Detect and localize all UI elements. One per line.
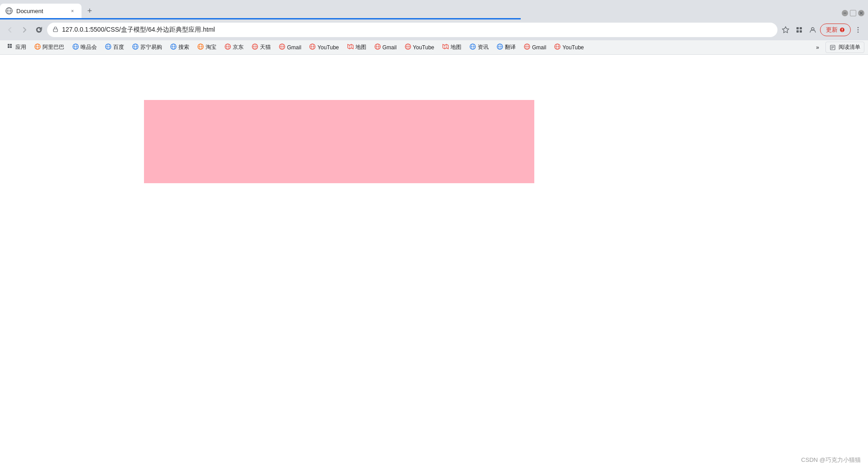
bookmark-alibaba[interactable]: 阿里巴巴: [31, 42, 68, 52]
lock-icon: [53, 26, 58, 33]
back-button[interactable]: [4, 24, 16, 36]
svg-rect-7: [796, 27, 799, 29]
reload-button[interactable]: [33, 24, 45, 36]
new-tab-button[interactable]: +: [83, 5, 96, 17]
search-bm-icon: [170, 43, 177, 51]
svg-rect-20: [8, 46, 10, 48]
svg-rect-8: [800, 27, 802, 29]
tmall-icon: [252, 43, 258, 51]
url-display: 127.0.0.1:5500/CSS/盒子模型/64.外边距典型应用.html: [62, 26, 772, 34]
bookmark-gmail-2[interactable]: Gmail: [371, 42, 400, 52]
svg-rect-9: [796, 30, 799, 33]
tab-favicon: [5, 7, 13, 14]
svg-point-15: [858, 27, 859, 28]
bookmarks-bar: 应用 阿里巴巴 唯品会 百度 苏宁易购: [0, 40, 868, 55]
forward-button[interactable]: [18, 24, 31, 36]
jd-label: 京东: [233, 43, 244, 51]
taobao-icon: [197, 43, 204, 51]
alibaba-icon: [34, 43, 41, 51]
bookmark-jd[interactable]: 京东: [221, 42, 247, 52]
gmail-1-icon: [279, 43, 285, 51]
suning-icon: [132, 43, 139, 51]
baidu-label: 百度: [113, 43, 124, 51]
tmall-label: 天猫: [260, 43, 271, 51]
svg-marker-52: [348, 44, 353, 49]
reading-list-icon: [830, 44, 836, 51]
alibaba-label: 阿里巴巴: [43, 43, 64, 51]
bookmark-gmail-3[interactable]: Gmail: [520, 42, 550, 52]
gmail-3-icon: [524, 43, 530, 51]
bookmark-taobao[interactable]: 淘宝: [194, 42, 220, 52]
youtube-1-icon: [309, 43, 316, 51]
maps-1-label: 地图: [355, 43, 366, 51]
active-tab[interactable]: Document ×: [0, 4, 82, 18]
maps-2-label: 地图: [451, 43, 461, 51]
apps-label: 应用: [15, 43, 26, 51]
bookmark-youtube-1[interactable]: YouTube: [306, 42, 342, 52]
taobao-label: 淘宝: [206, 43, 216, 51]
bookmark-tmall[interactable]: 天猫: [248, 42, 274, 52]
profile-button[interactable]: [806, 24, 819, 36]
bookmark-suning[interactable]: 苏宁易购: [129, 42, 166, 52]
nav-bar: 127.0.0.1:5500/CSS/盒子模型/64.外边距典型应用.html …: [0, 19, 868, 40]
maximize-button[interactable]: [850, 10, 856, 16]
svg-point-17: [858, 32, 859, 33]
vipshop-label: 唯品会: [81, 43, 97, 51]
minimize-button[interactable]: [842, 10, 848, 16]
bookmark-news[interactable]: 资讯: [466, 42, 492, 52]
bookmark-youtube-3[interactable]: YouTube: [551, 42, 587, 52]
gmail-2-label: Gmail: [383, 44, 397, 51]
vipshop-icon: [72, 43, 79, 51]
reading-list-label: 阅读清单: [839, 43, 860, 51]
svg-point-14: [842, 31, 843, 32]
youtube-2-icon: [405, 43, 411, 51]
update-button[interactable]: 更新: [820, 24, 851, 36]
gmail-2-icon: [374, 43, 381, 51]
bookmark-baidu[interactable]: 百度: [101, 42, 128, 52]
nav-right-icons: 更新: [779, 24, 864, 36]
close-button[interactable]: [858, 10, 864, 16]
bookmark-vipshop[interactable]: 唯品会: [69, 42, 101, 52]
svg-rect-18: [8, 44, 10, 46]
bookmark-star-button[interactable]: [779, 24, 792, 36]
page-content: CSDN @巧克力小猫猫: [0, 55, 868, 470]
bookmark-gmail-1[interactable]: Gmail: [275, 42, 305, 52]
youtube-2-label: YouTube: [413, 44, 434, 51]
update-label: 更新: [826, 26, 838, 34]
browser-chrome: Document × +: [0, 0, 868, 55]
translate-label: 翻译: [505, 43, 516, 51]
bookmark-search[interactable]: 搜索: [167, 42, 193, 52]
bookmark-apps[interactable]: 应用: [4, 42, 30, 52]
svg-point-16: [858, 29, 859, 31]
bookmark-maps-2[interactable]: 地图: [439, 42, 465, 52]
baidu-icon: [105, 43, 111, 51]
gmail-3-label: Gmail: [532, 44, 546, 51]
apps-icon: [7, 43, 14, 51]
maps-1-icon: [347, 43, 354, 51]
more-label: »: [816, 44, 819, 51]
tab-bar: Document × +: [0, 0, 868, 18]
youtube-3-label: YouTube: [562, 44, 584, 51]
svg-rect-6: [53, 29, 58, 32]
search-bm-label: 搜索: [178, 43, 189, 51]
reading-list-button[interactable]: 阅读清单: [825, 42, 864, 53]
translate-icon: [497, 43, 503, 51]
pink-box: [144, 100, 534, 183]
news-label: 资讯: [478, 43, 489, 51]
youtube-1-label: YouTube: [317, 44, 339, 51]
bookmarks-more-button[interactable]: »: [812, 43, 823, 52]
extensions-button[interactable]: [793, 24, 806, 36]
suning-label: 苏宁易购: [140, 43, 162, 51]
svg-rect-10: [800, 30, 802, 33]
youtube-3-icon: [554, 43, 561, 51]
maps-2-icon: [442, 43, 449, 51]
tab-title: Document: [16, 8, 65, 14]
menu-button[interactable]: [852, 24, 864, 36]
address-bar[interactable]: 127.0.0.1:5500/CSS/盒子模型/64.外边距典型应用.html: [47, 23, 777, 37]
tab-close-button[interactable]: ×: [69, 7, 76, 14]
gmail-1-label: Gmail: [287, 44, 301, 51]
bookmark-translate[interactable]: 翻译: [493, 42, 519, 52]
bookmark-youtube-2[interactable]: YouTube: [401, 42, 438, 52]
watermark: CSDN @巧克力小猫猫: [801, 456, 861, 464]
bookmark-maps-1[interactable]: 地图: [344, 42, 370, 52]
